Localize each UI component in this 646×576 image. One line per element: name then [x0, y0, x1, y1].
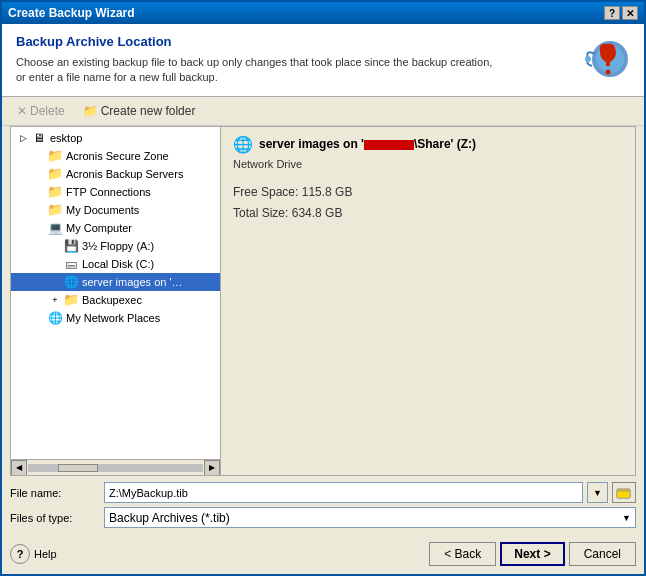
create-folder-button[interactable]: 📁 Create new folder: [76, 101, 203, 121]
bottom-section: File name: ▼ Files of type: Backup Archi…: [2, 476, 644, 536]
tree-item-server-images[interactable]: 🌐 server images on '\Sha: [11, 273, 220, 291]
tree-item-local-disk[interactable]: 🖴 Local Disk (C:): [11, 255, 220, 273]
expander-backupexec: +: [47, 295, 63, 305]
tree-item-my-documents[interactable]: 📁 My Documents: [11, 201, 220, 219]
scroll-thumb[interactable]: [58, 464, 98, 472]
tree-label-acronis-zone: Acronis Secure Zone: [66, 150, 169, 162]
tree-label-server-images: server images on '\Sha: [82, 276, 216, 288]
total-size-label: Total Size:: [233, 206, 288, 220]
right-panel-title: 🌐 server images on '\Share' (Z:): [233, 135, 623, 154]
folder-icon-backupexec: 📁: [63, 292, 79, 308]
tree-label-local-disk: Local Disk (C:): [82, 258, 154, 270]
window-title: Create Backup Wizard: [8, 6, 135, 20]
tree-label-backupexec: Backupexec: [82, 294, 142, 306]
select-arrow-icon: ▼: [622, 513, 631, 523]
files-of-type-label: Files of type:: [10, 512, 100, 524]
right-panel: 🌐 server images on '\Share' (Z:) Network…: [221, 127, 635, 475]
free-space-value: 115.8 GB: [302, 185, 353, 199]
network-places-icon: 🌐: [47, 310, 63, 326]
file-name-row: File name: ▼: [10, 482, 636, 503]
folder-icon-ftp: 📁: [47, 184, 63, 200]
help-label: Help: [34, 548, 57, 560]
hscrollbar-track[interactable]: ◀ ▶: [11, 460, 220, 476]
files-of-type-row: Files of type: Backup Archives (*.tib) ▼: [10, 507, 636, 528]
tree-label-my-computer: My Computer: [66, 222, 132, 234]
close-title-btn[interactable]: ✕: [622, 6, 638, 20]
main-window: Create Backup Wizard ? ✕ Backup Archive …: [0, 0, 646, 576]
back-label: < Back: [444, 547, 481, 561]
back-button[interactable]: < Back: [429, 542, 496, 566]
left-scrollbar[interactable]: ◀ ▶: [11, 459, 220, 475]
delete-label: Delete: [30, 104, 65, 118]
title-bar-buttons: ? ✕: [604, 6, 638, 20]
network-drive-title-icon: 🌐: [233, 135, 253, 154]
files-of-type-value: Backup Archives (*.tib): [109, 511, 230, 525]
folder-icon-acronis-backup: 📁: [47, 166, 63, 182]
create-folder-icon: 📁: [83, 104, 98, 118]
free-space-row: Free Space: 115.8 GB: [233, 182, 623, 204]
scroll-left-arrow[interactable]: ◀: [11, 460, 27, 476]
scroll-right-arrow[interactable]: ▶: [204, 460, 220, 476]
header-description: Choose an existing backup file to back u…: [16, 55, 496, 86]
right-panel-title-text: server images on '\Share' (Z:): [259, 137, 476, 151]
network-drive-icon: 🌐: [63, 274, 79, 290]
files-of-type-select[interactable]: Backup Archives (*.tib) ▼: [104, 507, 636, 528]
svg-point-2: [606, 70, 611, 75]
header-text: Backup Archive Location Choose an existi…: [16, 34, 570, 86]
scroll-track[interactable]: [28, 464, 203, 472]
right-panel-subtitle: Network Drive: [233, 158, 623, 170]
free-space-label: Free Space:: [233, 185, 298, 199]
tree-item-floppy[interactable]: 💾 3½ Floppy (A:): [11, 237, 220, 255]
cancel-label: Cancel: [584, 547, 621, 561]
header-title: Backup Archive Location: [16, 34, 570, 49]
file-name-input[interactable]: [104, 482, 583, 503]
navigation-buttons: < Back Next > Cancel: [429, 542, 636, 566]
tree-item-acronis-zone[interactable]: 📁 Acronis Secure Zone: [11, 147, 220, 165]
svg-rect-5: [617, 491, 630, 498]
folder-icon-acronis-zone: 📁: [47, 148, 63, 164]
tree-item-acronis-backup[interactable]: 📁 Acronis Backup Servers: [11, 165, 220, 183]
file-name-dropdown[interactable]: ▼: [587, 482, 608, 503]
tree-label-my-documents: My Documents: [66, 204, 139, 216]
header-section: Backup Archive Location Choose an existi…: [2, 24, 644, 97]
total-size-row: Total Size: 634.8 GB: [233, 203, 623, 225]
tree-label-network-places: My Network Places: [66, 312, 160, 324]
create-folder-label: Create new folder: [101, 104, 196, 118]
content-area: ▷ 🖥 esktop 📁 Acronis Secure Zone 📁 Acron…: [10, 126, 636, 476]
expander-desktop: ▷: [15, 133, 31, 143]
delete-button[interactable]: ✕ Delete: [10, 101, 72, 121]
help-button[interactable]: ?: [10, 544, 30, 564]
tree-item-desktop[interactable]: ▷ 🖥 esktop: [11, 129, 220, 147]
next-button[interactable]: Next >: [500, 542, 564, 566]
folder-icon-my-documents: 📁: [47, 202, 63, 218]
tree-label-acronis-backup: Acronis Backup Servers: [66, 168, 183, 180]
tree-item-backupexec[interactable]: + 📁 Backupexec: [11, 291, 220, 309]
tree-label-desktop: esktop: [50, 132, 82, 144]
next-label: Next >: [514, 547, 550, 561]
tree-label-floppy: 3½ Floppy (A:): [82, 240, 154, 252]
right-panel-details: Free Space: 115.8 GB Total Size: 634.8 G…: [233, 182, 623, 225]
computer-icon: 💻: [47, 220, 63, 236]
tree-label-ftp: FTP Connections: [66, 186, 151, 198]
svg-point-3: [585, 56, 591, 62]
file-browse-button[interactable]: [612, 482, 636, 503]
left-panel: ▷ 🖥 esktop 📁 Acronis Secure Zone 📁 Acron…: [11, 127, 221, 475]
toolbar: ✕ Delete 📁 Create new folder: [2, 97, 644, 126]
file-name-label: File name:: [10, 487, 100, 499]
wizard-icon: [580, 34, 630, 84]
title-bar: Create Backup Wizard ? ✕: [2, 2, 644, 24]
help-area[interactable]: ? Help: [10, 544, 57, 564]
delete-icon: ✕: [17, 104, 27, 118]
cancel-button[interactable]: Cancel: [569, 542, 636, 566]
tree-area[interactable]: ▷ 🖥 esktop 📁 Acronis Secure Zone 📁 Acron…: [11, 127, 220, 459]
floppy-icon: 💾: [63, 238, 79, 254]
footer: ? Help < Back Next > Cancel: [2, 536, 644, 574]
total-size-value: 634.8 GB: [292, 206, 343, 220]
help-title-btn[interactable]: ?: [604, 6, 620, 20]
tree-item-network-places[interactable]: 🌐 My Network Places: [11, 309, 220, 327]
tree-item-ftp[interactable]: 📁 FTP Connections: [11, 183, 220, 201]
desktop-icon: 🖥: [31, 130, 47, 146]
tree-item-my-computer[interactable]: 💻 My Computer: [11, 219, 220, 237]
local-disk-icon: 🖴: [63, 256, 79, 272]
